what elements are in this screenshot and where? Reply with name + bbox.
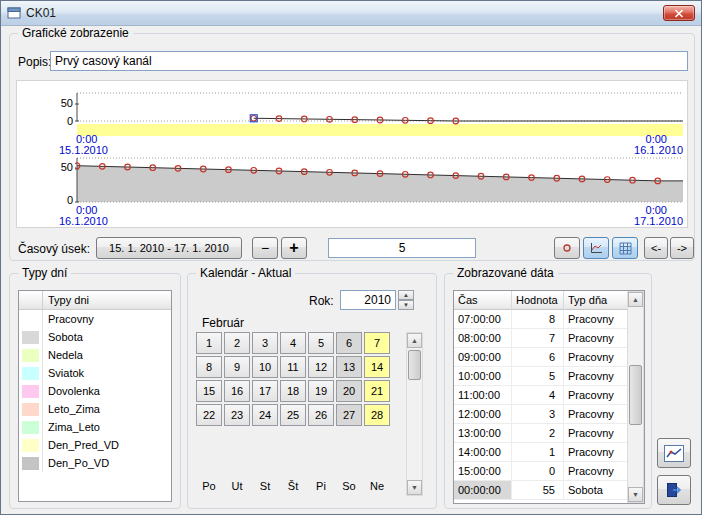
- zoom-in-button[interactable]: +: [281, 237, 307, 259]
- calendar-day-5[interactable]: 5: [308, 332, 334, 354]
- curve-mode-button[interactable]: [583, 237, 609, 259]
- interval-input[interactable]: [328, 238, 476, 258]
- calendar-day-1[interactable]: 1: [196, 332, 222, 354]
- calendar-day-19[interactable]: 19: [308, 380, 334, 402]
- data-row[interactable]: 15:00:000Pracovny: [454, 462, 644, 481]
- table-scrollbar-thumb[interactable]: [629, 365, 642, 425]
- data-row[interactable]: 14:00:001Pracovny: [454, 443, 644, 462]
- day-type-label: Dovolenka: [43, 385, 100, 397]
- data-row[interactable]: 00:00:0055Sobota: [454, 481, 644, 500]
- calendar-day-20[interactable]: 20: [336, 380, 362, 402]
- data-row[interactable]: 13:00:002Pracovny: [454, 424, 644, 443]
- chart1-ytick-0: 0: [47, 115, 73, 127]
- day-type-color-swatch: [22, 421, 39, 434]
- cell-time: 15:00:00: [454, 462, 512, 480]
- cell-time: 14:00:00: [454, 443, 512, 461]
- calendar-day-28[interactable]: 28: [364, 404, 390, 426]
- calendar-day-11[interactable]: 11: [280, 356, 306, 378]
- calendar-day-26[interactable]: 26: [308, 404, 334, 426]
- day-type-row[interactable]: Sviatok: [19, 364, 171, 382]
- graph-settings-button[interactable]: [657, 438, 691, 468]
- calendar-day-21[interactable]: 21: [364, 380, 390, 402]
- titlebar[interactable]: CK01: [1, 1, 701, 26]
- calendar-day-23[interactable]: 23: [224, 404, 250, 426]
- calendar-day-8[interactable]: 8: [196, 356, 222, 378]
- cell-value: 8: [512, 310, 564, 328]
- data-row[interactable]: 08:00:007Pracovny: [454, 329, 644, 348]
- next-button[interactable]: ->: [670, 237, 694, 259]
- points-mode-button[interactable]: [554, 237, 580, 259]
- prev-button[interactable]: <-: [644, 237, 668, 259]
- weekday-label: So: [336, 478, 362, 492]
- spin-up-icon[interactable]: ▲: [398, 290, 414, 300]
- cell-type: Pracovny: [564, 443, 629, 461]
- calendar-scrollbar-thumb[interactable]: [408, 350, 421, 380]
- calendar-day-7[interactable]: 7: [364, 332, 390, 354]
- day-type-row[interactable]: Dovolenka: [19, 382, 171, 400]
- chart-1-plot[interactable]: [75, 89, 685, 139]
- exit-door-icon: [665, 481, 683, 499]
- day-type-color-swatch: [22, 367, 39, 380]
- data-row[interactable]: 12:00:003Pracovny: [454, 405, 644, 424]
- calendar-day-3[interactable]: 3: [252, 332, 278, 354]
- calendar-day-15[interactable]: 15: [196, 380, 222, 402]
- calendar-day-13[interactable]: 13: [336, 356, 362, 378]
- day-type-color-swatch: [22, 313, 39, 326]
- day-type-row[interactable]: Nedela: [19, 346, 171, 364]
- cell-value: 55: [512, 481, 564, 499]
- day-type-row[interactable]: Sobota: [19, 328, 171, 346]
- col-header-typ[interactable]: Typ dňa: [564, 291, 629, 310]
- table-scrollbar-track[interactable]: [628, 307, 643, 487]
- popis-input[interactable]: [50, 51, 688, 71]
- calendar-day-6[interactable]: 6: [336, 332, 362, 354]
- grid-mode-button[interactable]: [612, 237, 638, 259]
- year-spinner[interactable]: ▲ ▼: [398, 290, 414, 310]
- day-type-row[interactable]: Den_Pred_VD: [19, 436, 171, 454]
- col-header-hodnota[interactable]: Hodnota: [512, 291, 564, 310]
- col-header-cas[interactable]: Čas: [454, 291, 512, 310]
- cell-type: Pracovny: [564, 424, 629, 442]
- calendar-day-16[interactable]: 16: [224, 380, 250, 402]
- calendar-day-2[interactable]: 2: [224, 332, 250, 354]
- scroll-down-icon[interactable]: ▼: [407, 480, 422, 495]
- day-type-row[interactable]: Den_Po_VD: [19, 454, 171, 472]
- calendar-day-9[interactable]: 9: [224, 356, 250, 378]
- date-range-button[interactable]: 15. 1. 2010 - 17. 1. 2010: [96, 237, 242, 259]
- calendar-scrollbar[interactable]: ▲ ▼: [406, 332, 423, 496]
- calendar-day-27[interactable]: 27: [336, 404, 362, 426]
- day-type-row[interactable]: Pracovny: [19, 310, 171, 328]
- cell-time: 00:00:00: [454, 481, 512, 499]
- graph-groupbox: Grafické zobrazenie Popis: 50 0 0:00 15.…: [9, 33, 695, 261]
- day-types-column-header[interactable]: Typy dni: [43, 291, 89, 309]
- table-scroll-up-icon[interactable]: ▲: [628, 292, 643, 307]
- calendar-day-25[interactable]: 25: [280, 404, 306, 426]
- cell-type: Pracovny: [564, 348, 629, 366]
- calendar-day-18[interactable]: 18: [280, 380, 306, 402]
- day-type-row[interactable]: Leto_Zima: [19, 400, 171, 418]
- table-scrollbar[interactable]: ▲ ▼: [627, 291, 644, 503]
- calendar-scrollbar-track[interactable]: [407, 348, 422, 480]
- data-row[interactable]: 07:00:008Pracovny: [454, 310, 644, 329]
- scroll-up-icon[interactable]: ▲: [407, 333, 422, 348]
- data-row[interactable]: 09:00:006Pracovny: [454, 348, 644, 367]
- data-row[interactable]: 11:00:004Pracovny: [454, 386, 644, 405]
- data-title: Zobrazované dáta: [453, 266, 558, 280]
- calendar-day-12[interactable]: 12: [308, 356, 334, 378]
- data-row[interactable]: 10:00:005Pracovny: [454, 367, 644, 386]
- day-type-row[interactable]: Zima_Leto: [19, 418, 171, 436]
- exit-button[interactable]: [657, 475, 691, 505]
- year-input[interactable]: [340, 290, 396, 310]
- data-table: Čas Hodnota Typ dňa 07:00:008Pracovny08:…: [453, 290, 645, 504]
- calendar-day-24[interactable]: 24: [252, 404, 278, 426]
- calendar-day-4[interactable]: 4: [280, 332, 306, 354]
- spin-down-icon[interactable]: ▼: [398, 300, 414, 310]
- table-scroll-down-icon[interactable]: ▼: [628, 487, 643, 502]
- cell-type: Pracovny: [564, 329, 629, 347]
- calendar-day-17[interactable]: 17: [252, 380, 278, 402]
- zoom-out-button[interactable]: −: [252, 237, 278, 259]
- close-button[interactable]: [663, 5, 695, 21]
- calendar-day-10[interactable]: 10: [252, 356, 278, 378]
- calendar-day-22[interactable]: 22: [196, 404, 222, 426]
- calendar-day-14[interactable]: 14: [364, 356, 390, 378]
- cell-type: Pracovny: [564, 462, 629, 480]
